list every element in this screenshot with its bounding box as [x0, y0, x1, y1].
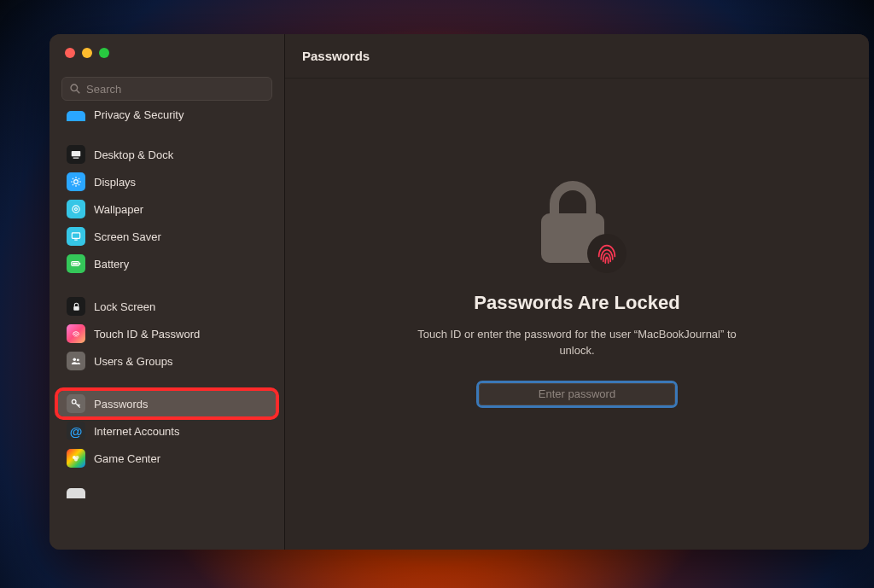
sidebar-item-battery[interactable]: Battery: [58, 251, 276, 277]
sidebar-item-label: Touch ID & Password: [94, 328, 200, 341]
desktop-dock-icon: [67, 145, 85, 164]
game-center-icon: [67, 449, 85, 468]
sidebar-item-screen-saver[interactable]: Screen Saver: [58, 224, 276, 249]
minimize-window-button[interactable]: [82, 48, 92, 58]
svg-line-9: [73, 178, 73, 179]
sidebar-item-internet-accounts[interactable]: @ Internet Accounts: [58, 418, 276, 444]
svg-point-21: [73, 358, 77, 362]
hand-icon: [67, 111, 85, 121]
sidebar-item-privacy-security[interactable]: Privacy & Security: [58, 109, 276, 121]
search-container: [50, 72, 284, 108]
svg-point-23: [72, 399, 76, 404]
svg-rect-20: [73, 306, 79, 310]
sidebar-item-label: Battery: [94, 258, 129, 271]
search-icon: [69, 83, 81, 95]
sidebar-item-lock-screen[interactable]: Lock Screen: [58, 294, 276, 319]
fingerprint-icon: [587, 234, 626, 273]
wallpaper-icon: [67, 200, 85, 218]
sidebar-item-passwords[interactable]: Passwords: [58, 391, 276, 416]
main-panel: Passwords Passwords Are Locked Touch ID …: [285, 34, 869, 550]
svg-rect-3: [73, 158, 79, 159]
svg-point-4: [74, 180, 79, 184]
svg-point-22: [77, 358, 79, 361]
system-settings-window: Privacy & Security Desktop & Dock Displa…: [50, 34, 869, 550]
sidebar-item-label: Lock Screen: [94, 300, 155, 313]
sidebar-item-label: Privacy & Security: [94, 109, 184, 121]
zoom-window-button[interactable]: [99, 48, 109, 58]
sidebar-item-wallpaper[interactable]: Wallpaper: [58, 196, 276, 222]
sidebar-item-users-groups[interactable]: Users & Groups: [58, 348, 276, 374]
sidebar: Privacy & Security Desktop & Dock Displa…: [50, 34, 285, 550]
main-header: Passwords: [285, 34, 869, 79]
unlock-password-input[interactable]: [479, 383, 675, 405]
svg-line-10: [79, 184, 79, 185]
close-window-button[interactable]: [65, 48, 75, 58]
search-field[interactable]: [61, 77, 272, 101]
locked-title: Passwords Are Locked: [474, 292, 679, 314]
sidebar-item-label: Screen Saver: [94, 230, 161, 243]
key-icon: [67, 394, 85, 413]
locked-subtitle: Touch ID or enter the password for the u…: [406, 326, 748, 359]
svg-rect-16: [74, 240, 78, 241]
svg-line-1: [77, 90, 80, 94]
svg-line-12: [79, 178, 79, 179]
users-icon: [67, 352, 85, 370]
svg-point-26: [74, 458, 78, 462]
sidebar-item-label: Displays: [94, 176, 136, 189]
sidebar-item-cutoff[interactable]: [58, 488, 276, 498]
sidebar-item-label: Wallpaper: [94, 203, 143, 216]
svg-rect-15: [72, 233, 79, 238]
svg-rect-19: [73, 263, 78, 265]
lock-illustration: [526, 172, 628, 275]
sidebar-item-desktop-dock[interactable]: Desktop & Dock: [58, 142, 276, 167]
svg-point-14: [75, 208, 78, 211]
sidebar-item-label: Passwords: [94, 398, 149, 410]
locked-view: Passwords Are Locked Touch ID or enter t…: [285, 79, 869, 550]
page-title: Passwords: [302, 49, 370, 63]
display-icon: [67, 172, 85, 191]
svg-line-11: [73, 184, 73, 185]
sidebar-item-touch-id-password[interactable]: Touch ID & Password: [58, 321, 276, 346]
sidebar-item-label: Game Center: [94, 452, 160, 465]
screen-saver-icon: [67, 227, 85, 246]
window-controls: [50, 34, 284, 72]
sidebar-item-label: Desktop & Dock: [94, 148, 173, 161]
search-input[interactable]: [86, 83, 265, 96]
sidebar-item-displays[interactable]: Displays: [58, 169, 276, 195]
at-sign-icon: @: [67, 422, 85, 440]
lock-screen-icon: [67, 297, 85, 316]
sidebar-item-label: Internet Accounts: [94, 425, 179, 438]
svg-point-0: [71, 84, 78, 91]
svg-rect-18: [79, 263, 80, 265]
sidebar-item-game-center[interactable]: Game Center: [58, 445, 276, 471]
sidebar-list[interactable]: Privacy & Security Desktop & Dock Displa…: [50, 108, 284, 550]
battery-icon: [67, 254, 85, 273]
sidebar-item-label: Users & Groups: [94, 355, 172, 368]
svg-point-13: [73, 206, 79, 212]
svg-rect-2: [72, 151, 81, 156]
touch-id-icon: [67, 324, 85, 343]
